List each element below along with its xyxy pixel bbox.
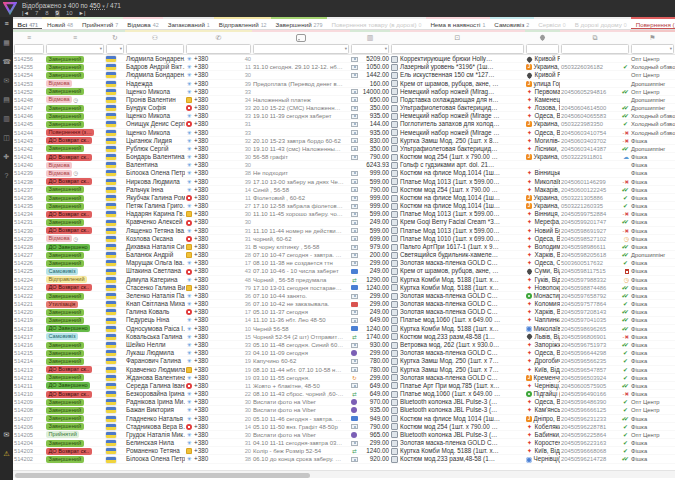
column-header-payment[interactable]: ▥ xyxy=(350,30,390,43)
notifications-icon[interactable]: ✉ xyxy=(0,428,13,441)
tab-повернення-[interactable]: Повернення ( xyxy=(631,17,675,30)
table-row[interactable]: 514219ЗавершенийПедурець Ніна✳+3801411.1… xyxy=(13,317,675,325)
table-row[interactable]: 514208ЗавершенийБажан Виктория✳+38030Вис… xyxy=(13,406,675,414)
warning-icon[interactable]: ⚠ xyxy=(0,447,13,460)
table-row[interactable]: 514235ЗавершенийПетяк Галина Григо…✳+380… xyxy=(13,202,675,210)
table-row[interactable]: 514204ЗавершенийБелинская Нила✳+3803104.… xyxy=(13,439,675,447)
chevron-down-icon[interactable]: ▾ xyxy=(100,46,102,52)
orders-icon[interactable]: ▤ xyxy=(0,93,13,106)
tab-в-дорозі-додому[interactable]: В дорозі додому0 xyxy=(570,17,631,30)
filter-input-source[interactable]: ▾ xyxy=(631,44,674,54)
table-row[interactable]: 514255ЗавершенийБадров Андрій Вікт…✳+380… xyxy=(13,63,675,71)
column-header-country[interactable]: ↻ xyxy=(105,30,125,43)
table-row[interactable]: 514215ЗавершенийЛукаш Людмила✳+3803304.1… xyxy=(13,349,675,357)
table-row[interactable]: 514240ВідмоваВалентина✳+380306243.93Голь… xyxy=(13,161,675,169)
filter-input-status[interactable]: ▾ xyxy=(46,44,104,54)
scrollbar-thumb[interactable] xyxy=(15,473,310,478)
table-row[interactable]: 514226ЗавершенийМарущак Ольга Іва…✳+3801… xyxy=(13,259,675,267)
filter-input-city[interactable] xyxy=(526,44,559,54)
table-row[interactable]: 514214ЗавершенийФаранович Галина✳+38019К… xyxy=(13,357,675,365)
app-logo-icon[interactable] xyxy=(3,1,17,15)
table-row[interactable]: 514239Відмова◷Білоока Олена Петр…✳+38038… xyxy=(13,169,675,177)
table-row[interactable]: 514210ДО Возврат ск..Безкоровайна Ірина✳… xyxy=(13,390,675,398)
table-row[interactable]: 514218ДО ЗавершеноОдносумова Раіса І…✳+3… xyxy=(13,325,675,333)
table-row[interactable]: 514237ЗавершенийРальчук Інна✳+38014Синій… xyxy=(13,186,675,194)
range-to-dropdown[interactable]: 450 ▾ xyxy=(90,2,105,10)
calls-icon[interactable]: ☎ xyxy=(0,55,13,68)
table-row[interactable]: 514254ЗавершенийЛюдмила Бондарен…✳+38030… xyxy=(13,71,675,79)
filter-input-id[interactable] xyxy=(14,44,44,54)
chevron-down-icon[interactable]: ▾ xyxy=(120,46,122,52)
table-row[interactable]: 514222ЗавершенийЗеленко Наталія Па…✳+380… xyxy=(13,292,675,300)
table-row[interactable]: 514230ДО Возврат ск..Лященко Тетяна Іва…… xyxy=(13,227,675,235)
table-row[interactable]: 514203ДО Возврат ск..Романенко Тетяна+38… xyxy=(13,447,675,455)
table-row[interactable]: 514248Відмова◷Пронів Валентин+38034Налож… xyxy=(13,96,675,104)
table-row[interactable]: 514234ДО Возврат ск..Надарян Карина Гв…+… xyxy=(13,210,675,218)
table-row[interactable]: 514202ЗавершенийБілоока Олена Петр…✳+380… xyxy=(13,455,675,463)
table-row[interactable]: 514244Повернення (з…Іщенко Микола✳+38033… xyxy=(13,129,675,137)
reports-icon[interactable]: ▥ xyxy=(0,112,13,125)
table-row[interactable]: 514227ЗавершенийБаланюк Андрій+3802807.1… xyxy=(13,251,675,259)
tab-новий[interactable]: Новий48 xyxy=(42,17,77,30)
horizontal-scrollbar[interactable] xyxy=(13,470,675,478)
table-row[interactable]: 514247ЗавершенийБундук Софія+3803320.10 … xyxy=(13,104,675,112)
table-row[interactable]: 514213ДО Возврат ск..Кравченко Людмила+3… xyxy=(13,366,675,374)
tab-нема-в-наявності[interactable]: Нема в наявності1 xyxy=(426,17,490,30)
chevron-down-icon[interactable]: ▾ xyxy=(385,46,387,52)
table-row[interactable]: 514252ЗавершенийІщенко Микола✳+380331400… xyxy=(13,88,675,96)
column-header-client[interactable]: ⚇ xyxy=(125,30,185,43)
mail-icon[interactable]: ✉ xyxy=(0,74,13,87)
table-row[interactable]: 514224ВідправленийДимула Катерина✳+38048… xyxy=(13,276,675,284)
filter-input-tracking[interactable] xyxy=(561,44,629,54)
table-row[interactable]: 514242ЗавершенийРублюк Сергій✳+3803019.1… xyxy=(13,145,675,153)
filter-input-country[interactable]: ▾ xyxy=(106,44,124,54)
table-row[interactable]: 514205ПрийнятийГрудок Наталія Мик…✳+3803… xyxy=(13,431,675,439)
filter-input-product[interactable] xyxy=(391,44,524,54)
tab-відправлений[interactable]: Відправлений12 xyxy=(214,17,271,30)
tab-самовивіз[interactable]: Самовивіз2 xyxy=(490,17,534,30)
tab-прийнятий[interactable]: Прийнятий7 xyxy=(78,17,123,30)
tab-відмова[interactable]: Відмова42 xyxy=(123,17,163,30)
page-button[interactable]: 8 xyxy=(44,10,49,17)
chevron-down-icon[interactable]: ▾ xyxy=(670,46,672,52)
table-row[interactable]: 514207ЗавершенийГладненко Наталья …✳+380… xyxy=(13,415,675,423)
column-header-city[interactable] xyxy=(525,30,560,43)
first-page-button[interactable]: |◄ xyxy=(22,10,29,16)
table-row[interactable]: 514209ЗавершенийРаднікова Ірина Ми…✳+380… xyxy=(13,398,675,406)
column-header-product[interactable]: ⊡ xyxy=(390,30,525,43)
table-row[interactable]: 514216ЗавершенийШейко Нелли✳+3803305.10 … xyxy=(13,341,675,349)
help-icon[interactable]: ? xyxy=(0,169,13,182)
table-row[interactable]: 514223ДО Возврат ск..Стасенко Галина Ви…… xyxy=(13,284,675,292)
filter-input-phone[interactable] xyxy=(186,44,251,54)
tab-запакований[interactable]: Запакований1 xyxy=(163,17,214,30)
chevron-down-icon[interactable]: ▾ xyxy=(345,46,347,52)
menu-icon[interactable]: ≡ xyxy=(0,17,13,30)
table-row[interactable]: 514236ЗавершенийЯкубчак Галина Ром…+3801… xyxy=(13,194,675,202)
column-header-phone[interactable]: ✆ xyxy=(185,30,252,43)
tab-завершений[interactable]: Завершений279 xyxy=(271,17,327,30)
table-row[interactable]: 514229Відмова◷Козлова Оксана+38031чорний… xyxy=(13,235,675,243)
table-row[interactable]: 514220ЗавершенийГалина Коваль+3801705.10… xyxy=(13,308,675,316)
table-row[interactable]: 514253ВідмоваНадежда✳+38039Предоплата (П… xyxy=(13,80,675,88)
table-row[interactable]: 514212ЗавершенийЖданова Валентина✳+38019… xyxy=(13,374,675,382)
table-row[interactable]: 514211ДО ЗавершеноСереда Галина Івані…+3… xyxy=(13,382,675,390)
page-button[interactable]: 10 xyxy=(65,10,74,17)
column-header-comment[interactable] xyxy=(252,30,350,43)
column-header-status[interactable]: ≡ xyxy=(45,30,105,43)
filter-input-payment[interactable]: ▾ xyxy=(351,44,389,54)
dashboard-icon[interactable]: ▦ xyxy=(0,36,13,49)
table-row[interactable]: 514206ЗавершенийСтадникова Вера В…+38014… xyxy=(13,423,675,431)
tab-всі[interactable]: Всі471 xyxy=(13,17,42,30)
column-header-tracking[interactable]: ⧉ xyxy=(560,30,630,43)
column-header-id[interactable]: ≡ xyxy=(13,30,45,43)
tab-сервіси[interactable]: Сервіси0 xyxy=(534,17,571,30)
table-row[interactable]: 514221УтилізаціяКнап Світлана Миха…✳+380… xyxy=(13,300,675,308)
table-row[interactable]: 514231ЗавершенийКравченко Алексей+380302… xyxy=(13,218,675,226)
table-row[interactable]: 514245ЗавершенийОнищук Денис Сергі…+3803… xyxy=(13,120,675,128)
stats-icon[interactable]: ◫ xyxy=(0,131,13,144)
last-page-button[interactable]: ►| xyxy=(79,10,86,16)
table-row[interactable]: 514256ЗавершенийЛюдмила Бондарен…✳+38040… xyxy=(13,55,675,63)
filter-input-client[interactable] xyxy=(126,44,184,54)
table-row[interactable]: 514241ДО Возврат ск..Бондарь Валентина…✳… xyxy=(13,153,675,161)
table-row[interactable]: 514217СамовивізКовальська Галина✳+38015Ч… xyxy=(13,333,675,341)
